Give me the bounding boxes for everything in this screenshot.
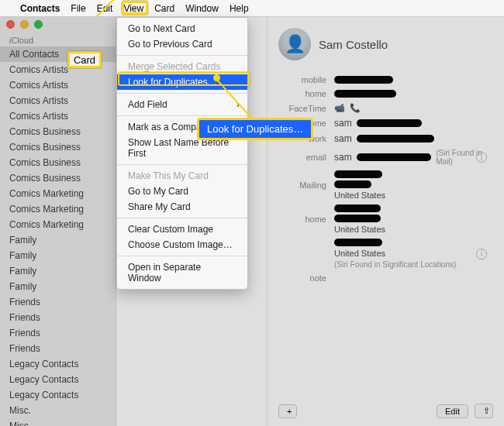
menu-item[interactable]: Clear Custom Image	[117, 222, 247, 237]
share-button[interactable]: ⇪	[475, 404, 493, 418]
field-label: FaceTime	[278, 104, 326, 113]
sidebar-item[interactable]: Friends	[0, 310, 116, 325]
siri-note: (Siri Found in Significant Locations)	[334, 260, 456, 269]
sidebar-item[interactable]: Family	[0, 232, 116, 248]
detail-field-row: emailisam(Siri Found in Mail)	[278, 146, 493, 168]
value-prefix: sam	[334, 152, 352, 163]
menu-item: Make This My Card	[117, 168, 247, 184]
annotation-callout-card: Card	[67, 51, 102, 68]
sidebar-item[interactable]: Legacy Contacts	[0, 372, 116, 387]
redacted-text	[357, 153, 432, 161]
menu-item[interactable]: Go to Previous Card	[117, 36, 247, 52]
field-label: Mailing	[278, 180, 326, 190]
detail-field-row: FaceTime📹📞	[278, 101, 493, 115]
sidebar-item[interactable]: Comics Business	[0, 155, 116, 170]
redacted-text	[357, 135, 434, 143]
redacted-text	[334, 239, 382, 246]
redacted-text	[334, 204, 381, 212]
sidebar-item[interactable]: Legacy Contacts	[0, 356, 116, 372]
close-window-icon[interactable]	[6, 20, 15, 29]
menu-item[interactable]: Add Field›	[117, 97, 247, 112]
detail-field-row: note	[278, 271, 493, 285]
field-label: email	[278, 153, 326, 162]
value-prefix: sam	[334, 133, 352, 144]
redacted-text	[334, 90, 396, 98]
avatar[interactable]: 👤	[278, 28, 311, 60]
detail-field-row: homeUnited States	[278, 202, 493, 236]
info-icon[interactable]: i	[476, 152, 487, 163]
sidebar-item[interactable]: Comics Marketing	[0, 201, 116, 217]
menu-item[interactable]: Go to My Card	[117, 184, 247, 199]
info-icon[interactable]: i	[476, 249, 487, 259]
sidebar-item[interactable]: Comics Artists	[0, 93, 116, 108]
contacts-app-window: iCloud All ContactsComics ArtistsComics …	[0, 17, 504, 426]
menu-separator	[117, 55, 247, 56]
detail-field-row: home	[278, 87, 493, 101]
menu-separator	[117, 218, 247, 218]
menu-separator	[117, 164, 247, 165]
detail-footer: + Edit ⇪	[278, 397, 493, 418]
menu-separator	[117, 115, 247, 116]
edit-button[interactable]: Edit	[437, 404, 468, 418]
window-controls	[6, 20, 43, 29]
redacted-text	[334, 180, 371, 188]
menu-item[interactable]: Choose Custom Image…	[117, 237, 247, 253]
menubar: Contacts File Edit View Card Window Help	[0, 0, 504, 17]
menu-item[interactable]: Open in Separate Window	[117, 259, 247, 286]
fullscreen-window-icon[interactable]	[34, 20, 43, 29]
field-value: United States	[334, 204, 493, 234]
sidebar-item[interactable]: Comics Marketing	[0, 217, 116, 232]
minimize-window-icon[interactable]	[20, 20, 29, 29]
annotation-highlight-card-menu	[122, 1, 148, 15]
sidebar-item[interactable]: Comics Artists	[0, 108, 116, 124]
help-menu[interactable]: Help	[230, 3, 249, 14]
facetime-audio-icon[interactable]: 📞	[350, 103, 361, 113]
file-menu[interactable]: File	[71, 3, 85, 14]
annotation-highlight-lookup	[118, 72, 250, 86]
sidebar-item[interactable]: Family	[0, 279, 116, 294]
sidebar-item[interactable]: Comics Business	[0, 139, 116, 155]
sidebar-item[interactable]: Friends	[0, 341, 116, 356]
contact-name: Sam Costello	[319, 38, 388, 51]
field-value	[334, 76, 493, 84]
field-label: home	[278, 89, 326, 98]
sidebar-item[interactable]: Family	[0, 248, 116, 263]
window-menu[interactable]: Window	[185, 3, 219, 14]
country-label: United States	[334, 191, 385, 200]
menu-item[interactable]: Share My Card	[117, 199, 247, 215]
annotation-callout-lookup: Look for Duplicates…	[197, 118, 313, 140]
redacted-text	[334, 215, 381, 222]
sidebar-item[interactable]: Comics Business	[0, 124, 116, 139]
contact-detail-pane: 👤 Sam Costello mobilehomeFaceTime📹📞homes…	[268, 17, 504, 426]
menu-separator	[117, 256, 247, 256]
field-value: sam(Siri Found in Mail)	[334, 149, 493, 166]
sidebar-item[interactable]: Friends	[0, 294, 116, 310]
sidebar-item[interactable]: Friends	[0, 325, 116, 341]
groups-sidebar: iCloud All ContactsComics ArtistsComics …	[0, 17, 116, 426]
sidebar-item[interactable]: Comics Marketing	[0, 186, 116, 201]
detail-field-row: MailingUnited States	[278, 168, 493, 202]
field-value: sam	[334, 133, 493, 144]
facetime-video-icon[interactable]: 📹	[334, 103, 345, 113]
field-value: 📹📞	[334, 103, 493, 113]
field-label: home	[278, 215, 326, 224]
sidebar-item[interactable]: Misc.	[0, 403, 116, 418]
redacted-text	[334, 170, 382, 178]
sidebar-item[interactable]: Family	[0, 263, 116, 279]
sidebar-item[interactable]: Legacy Contacts	[0, 387, 116, 403]
card-menu[interactable]: Card	[154, 3, 174, 14]
menu-item[interactable]: Go to Next Card	[117, 21, 247, 36]
field-value	[334, 90, 493, 98]
sidebar-item[interactable]: Comics Business	[0, 170, 116, 186]
field-value: United States(Siri Found in Significant …	[334, 239, 493, 269]
sidebar-section-label: iCloud	[0, 34, 116, 46]
field-value: United States	[334, 170, 493, 200]
app-menu[interactable]: Contacts	[20, 3, 60, 14]
field-label: mobile	[278, 75, 326, 84]
detail-field-row: mobile	[278, 73, 493, 87]
sidebar-item[interactable]: Comics Artists	[0, 77, 116, 93]
country-label: United States	[334, 225, 385, 234]
country-label: United States	[334, 249, 456, 258]
add-contact-button[interactable]: +	[278, 404, 297, 418]
sidebar-item[interactable]: Misc.	[0, 418, 116, 426]
